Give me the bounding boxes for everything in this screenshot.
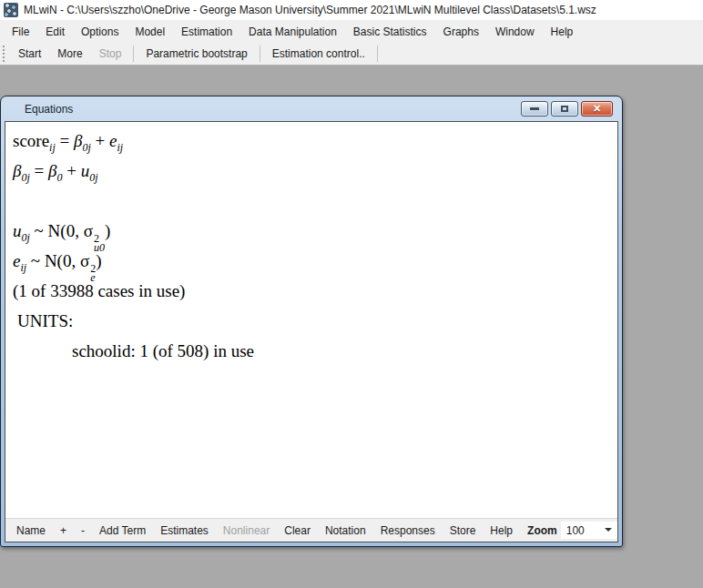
menubar: File Edit Options Model Estimation Data … [0, 20, 703, 43]
equations-window-client: scoreij = β0j + eij β0j = β0 + u0j u0j ~… [5, 121, 618, 542]
clear-button[interactable]: Clear [277, 522, 318, 540]
menu-basic-statistics[interactable]: Basic Statistics [345, 22, 435, 42]
menu-estimation[interactable]: Estimation [173, 22, 240, 42]
menu-model[interactable]: Model [127, 22, 173, 42]
stop-button[interactable]: Stop [91, 45, 130, 63]
close-button[interactable]: ✕ [581, 101, 613, 117]
menu-help[interactable]: Help [543, 22, 582, 42]
close-icon: ✕ [593, 103, 601, 115]
responses-button[interactable]: Responses [373, 522, 443, 540]
equations-window: Equations ✕ scoreij = β0j + eij β0j = β0… [0, 96, 623, 547]
mlwin-app-icon [4, 3, 18, 17]
equation-line-level2[interactable]: β0j = β0 + u0j [13, 156, 617, 186]
window-controls: ✕ [521, 101, 613, 117]
cases-in-use-note: (1 of 33988 cases in use) [13, 276, 617, 306]
more-button[interactable]: More [49, 45, 90, 63]
help-button[interactable]: Help [483, 522, 520, 540]
name-button[interactable]: Name [9, 522, 53, 540]
menu-window[interactable]: Window [487, 22, 543, 42]
maximize-icon [561, 106, 568, 112]
minimize-button[interactable] [521, 101, 548, 117]
parametric-bootstrap-button[interactable]: Parametric bootstrap [138, 45, 255, 63]
estimation-toolbar: Start More Stop Parametric bootstrap Est… [0, 43, 703, 66]
dropdown-arrow-icon [605, 528, 612, 532]
estimates-button[interactable]: Estimates [153, 522, 216, 540]
minimize-icon [530, 107, 539, 110]
mdi-workspace: Equations ✕ scoreij = β0j + eij β0j = β0… [0, 66, 703, 588]
nonlinear-button[interactable]: Nonlinear [216, 522, 277, 540]
add-term-button[interactable]: Add Term [92, 522, 153, 540]
remove-level-button[interactable]: - [74, 522, 92, 540]
menu-file[interactable]: File [4, 22, 37, 42]
equations-display-area: scoreij = β0j + eij β0j = β0 + u0j u0j ~… [5, 122, 617, 518]
toolbar-separator [377, 46, 378, 62]
notation-button[interactable]: Notation [318, 522, 373, 540]
units-label: UNITS: [13, 306, 617, 336]
toolbar-grip-handle[interactable] [3, 46, 6, 62]
maximize-button[interactable] [551, 101, 578, 117]
menu-options[interactable]: Options [73, 22, 127, 42]
zoom-dropdown[interactable]: 100 [561, 522, 617, 539]
equation-line-u-distribution[interactable]: u0j ~ N(0, σ2u0) [13, 216, 617, 246]
equations-window-title: Equations [25, 103, 73, 116]
equation-line-level1[interactable]: scoreij = β0j + eij [13, 126, 617, 156]
menu-data-manipulation[interactable]: Data Manipulation [240, 22, 345, 42]
zoom-value: 100 [566, 524, 585, 537]
toolbar-separator [133, 46, 134, 62]
units-schoolid-detail: schoolid: 1 (of 508) in use [13, 336, 617, 366]
equations-bottom-toolbar: Name + - Add Term Estimates Nonlinear Cl… [5, 518, 617, 542]
app-titlebar[interactable]: MLwiN - C:\Users\szzho\OneDrive - George… [0, 0, 703, 20]
app-title: MLwiN - C:\Users\szzho\OneDrive - George… [24, 4, 596, 16]
zoom-label: Zoom [520, 522, 561, 540]
menu-edit[interactable]: Edit [37, 22, 73, 42]
add-level-button[interactable]: + [53, 522, 74, 540]
equations-window-titlebar[interactable]: Equations ✕ [5, 96, 618, 121]
store-button[interactable]: Store [443, 522, 484, 540]
menu-graphs[interactable]: Graphs [435, 22, 487, 42]
equation-blank-line [13, 186, 617, 216]
toolbar-separator [260, 46, 260, 62]
estimation-control-button[interactable]: Estimation control.. [264, 45, 373, 63]
start-button[interactable]: Start [10, 45, 49, 63]
